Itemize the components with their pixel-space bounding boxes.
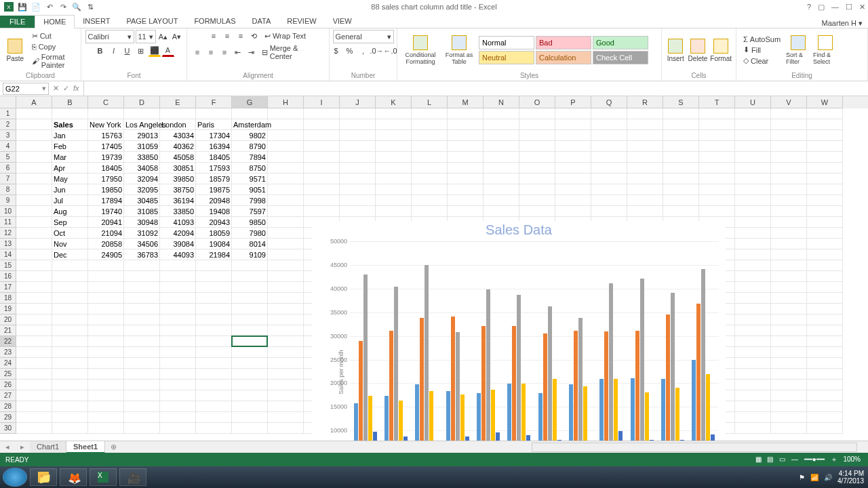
cell[interactable] — [340, 184, 376, 195]
cell[interactable]: 30851 — [160, 163, 196, 174]
cell[interactable]: 8790 — [232, 141, 268, 152]
cell[interactable] — [340, 130, 376, 141]
cell[interactable] — [807, 314, 843, 325]
row-header-7[interactable]: 7 — [0, 174, 16, 184]
cell[interactable]: 18059 — [196, 228, 232, 239]
cell[interactable] — [304, 163, 340, 174]
row-header-30[interactable]: 30 — [0, 423, 16, 434]
cell[interactable] — [16, 369, 52, 380]
cell[interactable] — [448, 152, 484, 163]
cell[interactable] — [196, 412, 232, 423]
cell[interactable] — [232, 369, 268, 380]
tray-network-icon[interactable]: 📶 — [810, 474, 818, 481]
col-header-A[interactable]: A — [16, 96, 52, 108]
cell[interactable] — [519, 152, 555, 163]
cell[interactable] — [555, 141, 591, 152]
col-header-O[interactable]: O — [519, 96, 555, 108]
bar[interactable] — [609, 283, 613, 441]
cell[interactable] — [807, 239, 843, 249]
cell[interactable] — [16, 336, 52, 347]
bar[interactable] — [389, 331, 393, 441]
decrease-decimal-icon[interactable]: ←.0 — [384, 45, 397, 57]
cell[interactable] — [88, 108, 124, 119]
cell[interactable]: 7980 — [232, 228, 268, 239]
bar[interactable] — [569, 384, 573, 441]
cell[interactable] — [699, 141, 735, 152]
cell[interactable]: May — [52, 174, 88, 184]
cell[interactable] — [735, 380, 771, 390]
cell[interactable]: 9051 — [232, 184, 268, 195]
cell[interactable] — [232, 358, 268, 369]
cell[interactable]: Sales — [52, 119, 88, 130]
cell[interactable] — [807, 108, 843, 119]
cell[interactable] — [771, 174, 807, 184]
tab-insert[interactable]: INSERT — [75, 15, 118, 28]
horizontal-scrollbar[interactable] — [532, 443, 857, 452]
cell[interactable]: 17593 — [196, 163, 232, 174]
cell[interactable] — [340, 141, 376, 152]
row-header-15[interactable]: 15 — [0, 260, 16, 271]
cell[interactable] — [771, 206, 807, 217]
cell[interactable] — [16, 304, 52, 314]
cell[interactable] — [88, 423, 124, 434]
zoom-in-icon[interactable]: ＋ — [831, 455, 837, 463]
cell[interactable] — [16, 228, 52, 239]
cell[interactable]: 18405 — [196, 152, 232, 163]
row-header-24[interactable]: 24 — [0, 358, 16, 369]
row-header-29[interactable]: 29 — [0, 412, 16, 423]
cell[interactable] — [771, 293, 807, 304]
cell[interactable] — [735, 282, 771, 293]
cell[interactable] — [412, 206, 448, 217]
cell[interactable] — [160, 369, 196, 380]
cell[interactable]: 32095 — [124, 184, 160, 195]
bar[interactable] — [578, 318, 583, 441]
cell[interactable] — [807, 380, 843, 390]
cell[interactable] — [304, 206, 340, 217]
style-calculation[interactable]: Calculation — [536, 51, 591, 64]
cell[interactable] — [160, 304, 196, 314]
cell[interactable] — [16, 401, 52, 412]
cell[interactable] — [52, 260, 88, 271]
cell[interactable] — [771, 228, 807, 239]
bar[interactable] — [517, 295, 521, 441]
cell[interactable]: 9850 — [232, 217, 268, 228]
cell[interactable]: 30485 — [124, 195, 160, 206]
cell[interactable] — [124, 401, 160, 412]
bar[interactable] — [666, 314, 670, 441]
cell[interactable] — [88, 314, 124, 325]
cell[interactable] — [268, 141, 304, 152]
cell[interactable] — [160, 282, 196, 293]
cell[interactable] — [16, 380, 52, 390]
cell[interactable] — [268, 249, 304, 260]
cell[interactable] — [124, 390, 160, 401]
recorder-taskbar-icon[interactable]: 🎥 — [119, 468, 146, 486]
cell[interactable] — [699, 195, 735, 206]
cell[interactable] — [88, 293, 124, 304]
row-headers[interactable]: 1234567891011121314151617181920212223242… — [0, 108, 16, 434]
cell[interactable] — [735, 293, 771, 304]
autosum-button[interactable]: ΣAutoSum — [741, 35, 783, 44]
cell[interactable] — [771, 401, 807, 412]
cell[interactable] — [807, 347, 843, 358]
cell[interactable] — [484, 152, 519, 163]
bar[interactable] — [692, 360, 696, 441]
row-header-3[interactable]: 3 — [0, 130, 16, 141]
cell[interactable] — [16, 141, 52, 152]
currency-icon[interactable]: $ — [330, 45, 342, 57]
redo-icon[interactable]: ↷ — [58, 2, 68, 12]
cell[interactable]: Paris — [196, 119, 232, 130]
col-header-S[interactable]: S — [663, 96, 699, 108]
cell[interactable] — [16, 282, 52, 293]
cell[interactable] — [448, 130, 484, 141]
cell[interactable] — [591, 119, 627, 130]
cell[interactable] — [232, 423, 268, 434]
cell[interactable] — [232, 271, 268, 282]
align-center-icon[interactable]: ≡ — [205, 46, 217, 58]
cell[interactable] — [52, 293, 88, 304]
cell[interactable]: 9802 — [232, 130, 268, 141]
cell[interactable] — [232, 108, 268, 119]
cell[interactable] — [519, 195, 555, 206]
cell[interactable]: 19084 — [196, 239, 232, 249]
italic-button[interactable]: I — [108, 45, 120, 57]
col-header-H[interactable]: H — [268, 96, 304, 108]
